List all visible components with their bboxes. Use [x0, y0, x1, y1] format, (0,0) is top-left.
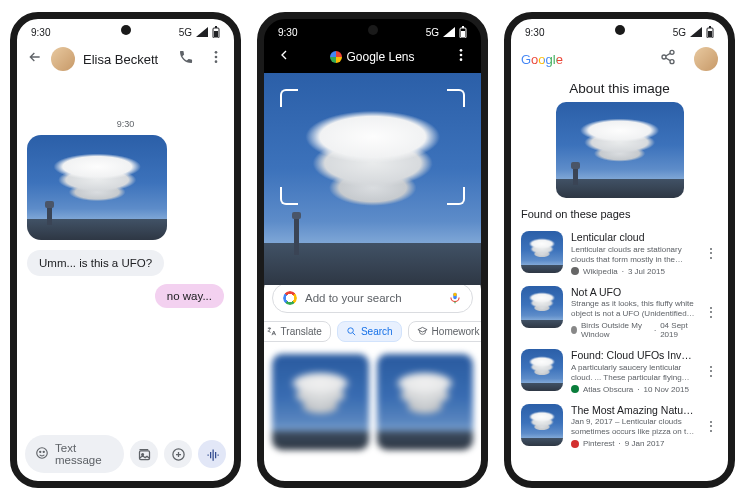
mic-icon[interactable]: [448, 291, 462, 305]
chip-translate[interactable]: Translate: [257, 321, 331, 342]
svg-rect-19: [453, 293, 457, 297]
svg-point-4: [215, 56, 218, 59]
camera-cutout: [368, 25, 378, 35]
found-on-label: Found on these pages: [511, 206, 728, 226]
profile-avatar[interactable]: [694, 47, 718, 71]
camera-cutout: [121, 25, 131, 35]
emoji-icon[interactable]: [35, 446, 49, 462]
svg-point-20: [348, 328, 354, 334]
message-incoming[interactable]: Umm... is this a UFO?: [27, 250, 164, 276]
share-icon[interactable]: [660, 49, 676, 69]
back-icon[interactable]: [276, 47, 292, 67]
result-desc: Lenticular clouds are stationary clouds …: [571, 245, 696, 265]
result-thumb: [521, 231, 563, 273]
more-icon[interactable]: ⋮: [704, 363, 718, 379]
svg-rect-14: [461, 31, 465, 37]
source-name: Birds Outside My Window: [581, 321, 650, 339]
status-time: 9:30: [31, 27, 50, 38]
more-icon[interactable]: [208, 49, 224, 69]
page-title: About this image: [511, 81, 728, 96]
source-date: 3 Jul 2015: [628, 267, 665, 276]
battery-icon: [706, 26, 714, 38]
svg-point-16: [460, 54, 463, 57]
status-network: 5G: [426, 27, 439, 38]
svg-rect-22: [709, 26, 711, 28]
received-image[interactable]: [27, 135, 167, 240]
chip-search[interactable]: Search: [337, 321, 402, 342]
contact-avatar[interactable]: [51, 47, 75, 71]
svg-point-7: [40, 451, 41, 452]
more-icon[interactable]: ⋮: [704, 418, 718, 434]
result-desc: Jan 9, 2017 – Lenticular clouds sometime…: [571, 417, 696, 437]
compose-input[interactable]: Text message: [25, 435, 124, 473]
result-source: Wikipedia·3 Jul 2015: [571, 267, 696, 276]
call-icon[interactable]: [178, 49, 194, 69]
chat-header: Elisa Beckett: [17, 41, 234, 77]
search-placeholder: Add to your search: [305, 292, 440, 304]
result-source: Birds Outside My Window·04 Sept 2019: [571, 321, 696, 339]
result-body: Lenticular cloudLenticular clouds are st…: [571, 231, 696, 276]
status-time: 9:30: [525, 27, 544, 38]
result-thumb: [521, 404, 563, 446]
battery-icon: [459, 26, 467, 38]
source-name: Pinterest: [583, 439, 615, 448]
lens-title: Google Lens: [330, 50, 414, 64]
lens-title-text: Google Lens: [346, 50, 414, 64]
chip-search-label: Search: [361, 326, 393, 337]
search-input[interactable]: Add to your search: [272, 283, 473, 313]
svg-point-3: [215, 51, 218, 54]
svg-rect-13: [462, 26, 464, 28]
message-outgoing[interactable]: no way...: [155, 284, 224, 308]
google-logo-icon: [330, 51, 342, 63]
source-favicon-icon: [571, 326, 577, 334]
svg-point-15: [460, 49, 463, 52]
chat-body: 9:30 Umm... is this a UFO? no way...: [17, 77, 234, 427]
battery-icon: [212, 26, 220, 38]
svg-point-5: [215, 60, 218, 63]
result-row[interactable]: Not A UFOStrange as it looks, this fluff…: [511, 281, 728, 345]
result-desc: Strange as it looks, this fluffy white o…: [571, 299, 696, 319]
more-icon[interactable]: [453, 47, 469, 67]
svg-point-24: [670, 50, 674, 54]
svg-point-25: [662, 55, 666, 59]
back-icon[interactable]: [27, 49, 43, 69]
hero-image[interactable]: [556, 102, 684, 198]
signal-icon: [196, 27, 208, 37]
status-network: 5G: [179, 27, 192, 38]
svg-rect-9: [139, 450, 149, 459]
result-title: The Most Amazing Natural Phenomena on Ea…: [571, 404, 696, 417]
about-header: Google: [511, 41, 728, 77]
more-icon[interactable]: ⋮: [704, 304, 718, 320]
result-body: The Most Amazing Natural Phenomena on Ea…: [571, 404, 696, 449]
result-row[interactable]: The Most Amazing Natural Phenomena on Ea…: [511, 399, 728, 454]
source-date: 10 Nov 2015: [643, 385, 688, 394]
phone-messages: 9:30 5G Elisa Beckett 9:30 Umm... is thi…: [10, 12, 241, 488]
source-date: 9 Jan 2017: [625, 439, 665, 448]
source-name: Wikipedia: [583, 267, 618, 276]
result-thumb: [521, 349, 563, 391]
result-body: Found: Cloud UFOs Invade Cape TownA part…: [571, 349, 696, 394]
chip-homework[interactable]: Homework: [408, 321, 488, 342]
add-button[interactable]: [164, 440, 192, 468]
result-thumb[interactable]: [272, 354, 369, 451]
result-desc: A particularly saucery lenticular cloud.…: [571, 363, 696, 383]
result-row[interactable]: Lenticular cloudLenticular clouds are st…: [511, 226, 728, 281]
contact-name[interactable]: Elisa Beckett: [83, 52, 170, 67]
phone-about-image: 9:30 5G Google About this image Found on…: [504, 12, 735, 488]
voice-button[interactable]: [198, 440, 226, 468]
more-icon[interactable]: ⋮: [704, 245, 718, 261]
result-row[interactable]: Found: Cloud UFOs Invade Cape TownA part…: [511, 344, 728, 399]
source-date: 04 Sept 2019: [660, 321, 696, 339]
svg-point-6: [37, 448, 48, 459]
svg-point-17: [460, 58, 463, 61]
google-wordmark[interactable]: Google: [521, 52, 563, 67]
result-title: Not A UFO: [571, 286, 696, 299]
compose-bar: Text message: [17, 427, 234, 481]
results-preview: [272, 354, 473, 451]
status-network: 5G: [673, 27, 686, 38]
lens-header: Google Lens: [264, 41, 481, 73]
result-thumb[interactable]: [377, 354, 474, 451]
status-time: 9:30: [278, 27, 297, 38]
gallery-button[interactable]: [130, 440, 158, 468]
lens-viewport[interactable]: [264, 73, 481, 285]
